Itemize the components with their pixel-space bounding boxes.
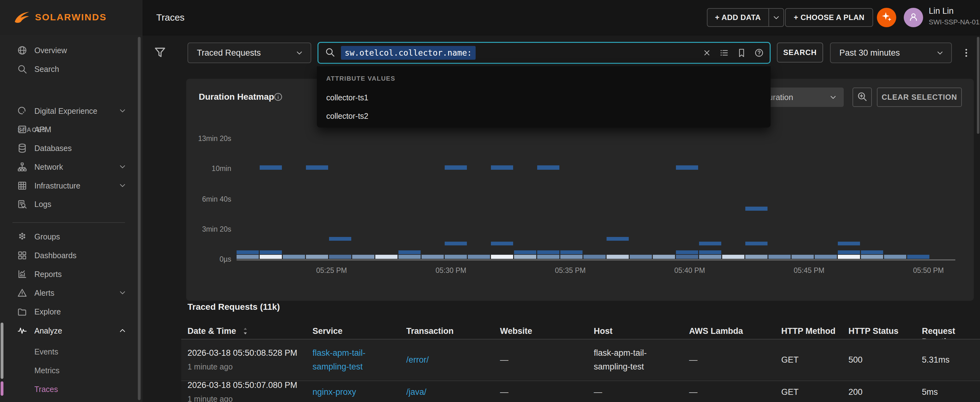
heatmap-cell[interactable]	[722, 255, 745, 259]
heatmap-cell[interactable]	[838, 255, 860, 259]
sidebar-item-search[interactable]: Search	[0, 60, 137, 78]
sidebar-item-alerts[interactable]: Alerts	[0, 284, 137, 302]
table-column-header[interactable]: Transaction	[406, 326, 454, 337]
cell-transaction[interactable]: /error/	[406, 340, 491, 380]
heatmap-cell[interactable]	[861, 250, 883, 254]
choose-plan-button[interactable]: + CHOOSE A PLAN	[785, 8, 873, 27]
clear-icon[interactable]	[702, 48, 711, 57]
heatmap-cell[interactable]	[445, 165, 467, 170]
heatmap-cell[interactable]	[838, 250, 860, 254]
heatmap-cell[interactable]	[815, 255, 837, 259]
page-scrollbar[interactable]	[977, 37, 979, 134]
heatmap-cell[interactable]	[260, 250, 282, 254]
heatmap-cell[interactable]	[699, 255, 721, 259]
trace-search-input[interactable]: sw.otelcol.collector.name:	[318, 42, 771, 64]
suggestion-item[interactable]: collector-ts1	[317, 89, 771, 106]
heatmap-cell[interactable]	[375, 255, 398, 259]
add-data-button[interactable]: + ADD DATA	[707, 8, 784, 27]
heatmap-cell[interactable]	[514, 255, 536, 259]
list-icon[interactable]	[719, 48, 729, 58]
heatmap-cell[interactable]	[606, 237, 629, 241]
heatmap-cell[interactable]	[676, 250, 698, 254]
help-icon[interactable]	[754, 48, 764, 58]
heatmap-cell[interactable]	[237, 250, 259, 254]
sort-icon[interactable]	[240, 326, 250, 337]
heatmap-cell[interactable]	[537, 250, 559, 254]
sidebar-item-digital-experience[interactable]: Digital Experience	[0, 102, 137, 120]
user-avatar[interactable]	[904, 8, 923, 27]
heatmap-cell[interactable]	[398, 255, 421, 259]
heatmap-cell[interactable]	[560, 255, 582, 259]
heatmap-cell[interactable]	[468, 255, 490, 259]
cell-transaction[interactable]: /java/	[406, 381, 491, 402]
sidebar-item-events[interactable]: Events	[0, 343, 137, 361]
heatmap-cell[interactable]	[537, 255, 559, 259]
heatmap-cell[interactable]	[699, 250, 721, 254]
heatmap-cell[interactable]	[306, 165, 328, 170]
heatmap-cell[interactable]	[792, 255, 814, 259]
heatmap-cell[interactable]	[676, 165, 698, 170]
heatmap-cell[interactable]	[699, 242, 721, 246]
heatmap-cell[interactable]	[398, 250, 421, 254]
info-icon[interactable]	[273, 92, 283, 103]
heatmap-cell[interactable]	[260, 165, 282, 170]
heatmap-cell[interactable]	[260, 255, 282, 259]
search-button[interactable]: SEARCH	[777, 43, 823, 62]
table-column-header[interactable]: Host	[594, 326, 612, 337]
ai-assistant-button[interactable]	[877, 8, 896, 27]
heatmap-cell[interactable]	[745, 255, 767, 259]
filter-icon[interactable]	[153, 46, 167, 61]
suggestion-item[interactable]: collector-ts2	[317, 107, 771, 125]
table-column-header[interactable]: Date & Time	[188, 326, 236, 337]
cell-service[interactable]: flask-apm-tail-sampling-test	[312, 340, 397, 380]
heatmap-cell[interactable]	[630, 255, 652, 259]
sidebar-item-apm[interactable]: APM	[0, 120, 137, 139]
cell-service[interactable]: nginx-proxy	[312, 381, 397, 402]
heatmap-cell[interactable]	[445, 255, 467, 259]
heatmap-cell[interactable]	[352, 255, 374, 259]
heatmap-cell[interactable]	[491, 242, 513, 246]
heatmap-cell[interactable]	[491, 165, 513, 170]
heatmap-cell[interactable]	[745, 242, 767, 246]
sidebar-scrollbar[interactable]	[138, 37, 141, 400]
heatmap-cell[interactable]	[445, 242, 467, 246]
bookmark-icon[interactable]	[737, 48, 746, 58]
sidebar-item-network[interactable]: Network	[0, 158, 137, 176]
table-column-header[interactable]: Service	[312, 326, 342, 337]
heatmap-cell[interactable]	[329, 255, 351, 259]
heatmap-cell[interactable]	[237, 255, 259, 259]
table-column-header[interactable]: AWS Lambda	[689, 326, 743, 337]
kebab-menu-icon[interactable]	[960, 43, 972, 63]
sidebar-item-metrics[interactable]: Metrics	[0, 361, 137, 380]
sidebar-item-logs[interactable]: Logs	[0, 195, 137, 213]
sidebar-item-explore[interactable]: Explore	[0, 303, 137, 321]
heatmap-cell[interactable]	[329, 237, 351, 241]
sidebar-item-analyze[interactable]: Analyze	[0, 322, 137, 340]
heatmap-cell[interactable]	[676, 255, 698, 259]
heatmap-cell[interactable]	[537, 165, 559, 170]
sidebar-item-overview[interactable]: Overview	[0, 41, 137, 59]
heatmap-cell[interactable]	[514, 250, 536, 254]
heatmap-cell[interactable]	[838, 242, 860, 246]
sidebar-item-traces[interactable]: Traces	[0, 380, 137, 398]
heatmap-cell[interactable]	[584, 255, 606, 259]
clear-selection-button[interactable]: CLEAR SELECTION	[877, 88, 962, 107]
heatmap-cell[interactable]	[606, 255, 629, 259]
heatmap-cell[interactable]	[422, 255, 444, 259]
heatmap-cell[interactable]	[560, 250, 582, 254]
table-column-header[interactable]: Website	[500, 326, 532, 337]
heatmap-cell[interactable]	[745, 207, 767, 211]
heatmap-cell[interactable]	[861, 255, 883, 259]
time-range-select[interactable]: Past 30 minutes	[830, 43, 952, 63]
scope-select[interactable]: Traced Requests	[188, 43, 311, 63]
heatmap-cell[interactable]	[653, 255, 675, 259]
sidebar-item-infrastructure[interactable]: Infrastructure	[0, 177, 137, 195]
heatmap-cell[interactable]	[884, 255, 906, 259]
table-column-header[interactable]: HTTP Method	[781, 326, 835, 337]
sidebar-item-databases[interactable]: Databases	[0, 139, 137, 157]
heatmap-cell[interactable]	[491, 255, 513, 259]
table-row[interactable]: 2026-03-18 05:50:07.080 PM1 minute agong…	[181, 380, 980, 402]
sidebar-item-groups[interactable]: Groups	[0, 228, 137, 246]
sidebar-item-reports[interactable]: Reports	[0, 265, 137, 283]
sidebar-item-dashboards[interactable]: Dashboards	[0, 246, 137, 265]
